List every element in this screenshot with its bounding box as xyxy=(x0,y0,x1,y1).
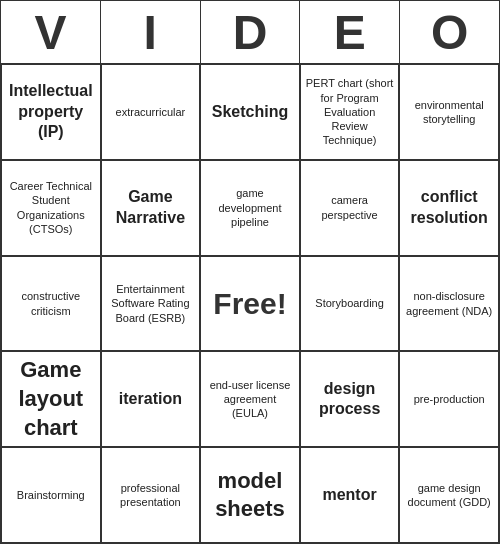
bingo-cell: non-disclosure agreement (NDA) xyxy=(399,256,499,352)
bingo-cell: game development pipeline xyxy=(200,160,300,256)
bingo-cell: Sketching xyxy=(200,64,300,160)
bingo-cell: model sheets xyxy=(200,447,300,543)
bingo-header: VIDEO xyxy=(0,0,500,63)
bingo-cell: conflict resolution xyxy=(399,160,499,256)
header-letter: D xyxy=(201,1,301,63)
bingo-cell: iteration xyxy=(101,351,201,447)
bingo-cell: Brainstorming xyxy=(1,447,101,543)
header-letter: E xyxy=(300,1,400,63)
bingo-cell: Intellectual property (IP) xyxy=(1,64,101,160)
bingo-cell: end-user license agreement (EULA) xyxy=(200,351,300,447)
bingo-cell: pre-production xyxy=(399,351,499,447)
bingo-cell: environmental storytelling xyxy=(399,64,499,160)
bingo-cell: Career Technical Student Organizations (… xyxy=(1,160,101,256)
bingo-cell: camera perspective xyxy=(300,160,400,256)
bingo-cell: design process xyxy=(300,351,400,447)
bingo-cell: professional presentation xyxy=(101,447,201,543)
bingo-cell: Game layout chart xyxy=(1,351,101,447)
header-letter: O xyxy=(400,1,499,63)
bingo-cell: extracurricular xyxy=(101,64,201,160)
bingo-cell: Entertainment Software Rating Board (ESR… xyxy=(101,256,201,352)
bingo-cell: constructive criticism xyxy=(1,256,101,352)
bingo-cell: mentor xyxy=(300,447,400,543)
bingo-cell: Game Narrative xyxy=(101,160,201,256)
bingo-grid: Intellectual property (IP)extracurricula… xyxy=(0,63,500,544)
bingo-cell: PERT chart (short for Program Evaluation… xyxy=(300,64,400,160)
bingo-cell: Free! xyxy=(200,256,300,352)
bingo-cell: Storyboarding xyxy=(300,256,400,352)
header-letter: I xyxy=(101,1,201,63)
bingo-cell: game design document (GDD) xyxy=(399,447,499,543)
header-letter: V xyxy=(1,1,101,63)
bingo-card: VIDEO Intellectual property (IP)extracur… xyxy=(0,0,500,544)
